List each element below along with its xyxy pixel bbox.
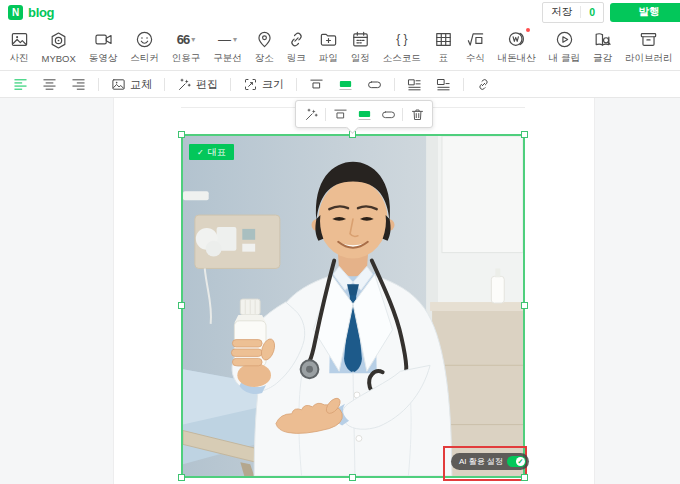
width-wide-button[interactable] <box>376 103 400 125</box>
wrap-text-bottom-icon <box>436 77 451 92</box>
table-grid-icon <box>434 29 453 49</box>
wrap-text-bottom-button[interactable] <box>429 77 458 92</box>
main-toolbar: 사진 MYBOX 동영상 스티커 66▾ 인용구 <box>0 24 680 71</box>
code-braces-icon: { } <box>396 29 407 49</box>
width-small-icon <box>333 107 348 122</box>
width-wide-icon <box>367 77 382 92</box>
naedonnaesan-icon <box>507 29 527 49</box>
toolbar-item-quote[interactable]: 66▾ 인용구 <box>165 29 207 65</box>
sticker-smiley-icon <box>135 29 154 49</box>
my-clip-icon <box>555 29 574 49</box>
naver-blog-editor: N blog 저장 0 발행 사진 MYBOX <box>0 0 680 484</box>
toolbar-item-table[interactable]: 표 <box>427 29 459 65</box>
resize-handle-top-left[interactable] <box>178 131 185 138</box>
library-box-icon <box>639 29 658 49</box>
separator <box>164 78 165 91</box>
video-camera-icon <box>94 29 113 49</box>
quote-icon: 66▾ <box>177 29 195 49</box>
align-center-button[interactable] <box>35 77 64 92</box>
toolbar-item-sticker[interactable]: 스티커 <box>124 29 166 65</box>
resize-image-button[interactable]: 크기 <box>236 77 291 92</box>
selected-image-doctor[interactable]: ✓ 대표 AI 활용 설정 ✓ <box>181 134 525 478</box>
document-page[interactable]: ✓ 대표 AI 활용 설정 ✓ <box>113 98 595 484</box>
mybox-icon <box>49 30 68 50</box>
toolbar-item-photo[interactable]: 사진 <box>3 29 35 65</box>
add-link-button[interactable] <box>469 77 498 92</box>
resize-icon <box>243 77 258 92</box>
save-button[interactable]: 저장 0 <box>542 2 604 23</box>
blog-logo-text: blog <box>28 5 54 20</box>
link-chain-icon <box>287 29 306 49</box>
width-document-button[interactable] <box>331 77 360 92</box>
material-search-icon <box>593 29 612 49</box>
align-right-icon <box>71 77 86 92</box>
magic-wand-icon <box>304 107 319 122</box>
toolbar-item-my-clip[interactable]: 내 클립 <box>542 29 586 65</box>
toolbar-item-file[interactable]: 파일 <box>312 29 344 65</box>
align-center-icon <box>42 77 57 92</box>
naver-n-logo-icon: N <box>8 5 23 20</box>
toolbar-item-place[interactable]: 장소 <box>248 29 280 65</box>
chevron-down-icon: ▾ <box>233 35 237 44</box>
main-toolbar-right: 내 클립 글감 라이브러리 <box>542 29 679 65</box>
separator <box>463 78 464 91</box>
toolbar-item-formula[interactable]: 수식 <box>459 29 491 65</box>
naver-blog-logo[interactable]: N blog <box>8 5 54 20</box>
edit-wand-button[interactable] <box>299 103 323 125</box>
resize-handle-middle-left[interactable] <box>178 302 185 309</box>
separator <box>325 108 326 121</box>
header: N blog 저장 0 발행 <box>0 0 680 24</box>
divider-line-icon: —▾ <box>218 29 237 49</box>
toolbar-item-sourcecode[interactable]: { } 소스코드 <box>376 29 427 65</box>
representative-badge-label: 대표 <box>208 146 226 159</box>
resize-handle-bottom-left[interactable] <box>178 474 185 481</box>
toggle-on-icon[interactable]: ✓ <box>507 456 526 467</box>
representative-badge[interactable]: ✓ 대표 <box>189 144 234 160</box>
align-right-button[interactable] <box>64 77 93 92</box>
link-chain-icon <box>476 77 491 92</box>
edit-image-button[interactable]: 편집 <box>170 77 225 92</box>
toolbar-item-naedonnaesan[interactable]: 내돈내산 <box>491 29 542 65</box>
align-left-button[interactable] <box>6 77 35 92</box>
replace-image-button[interactable]: 교체 <box>104 77 159 92</box>
magic-wand-icon <box>177 77 192 92</box>
width-small-button[interactable] <box>328 103 352 125</box>
toolbar-item-mybox[interactable]: MYBOX <box>35 30 82 64</box>
width-small-icon <box>309 77 324 92</box>
save-count[interactable]: 0 <box>580 6 603 18</box>
annotation-highlight-box: AI 활용 설정 ✓ <box>443 446 527 481</box>
place-pin-icon <box>255 29 274 49</box>
width-document-icon <box>338 77 353 92</box>
check-icon: ✓ <box>197 148 204 157</box>
separator <box>98 78 99 91</box>
width-small-button[interactable] <box>302 77 331 92</box>
toolbar-item-link[interactable]: 링크 <box>280 29 312 65</box>
toolbar-item-video[interactable]: 동영상 <box>82 29 124 65</box>
align-left-icon <box>13 77 28 92</box>
separator <box>230 78 231 91</box>
trash-icon <box>410 107 425 122</box>
resize-handle-bottom-right[interactable] <box>521 474 528 481</box>
toolbar-item-divider[interactable]: —▾ 구분선 <box>207 29 249 65</box>
photo-icon <box>111 77 126 92</box>
toolbar-item-library[interactable]: 라이브러리 <box>618 29 679 65</box>
photo-icon <box>10 29 29 49</box>
width-wide-button[interactable] <box>360 77 389 92</box>
editor-canvas: ✓ 대표 AI 활용 설정 ✓ <box>0 98 680 484</box>
width-document-button-active[interactable] <box>352 103 376 125</box>
header-actions: 저장 0 발행 <box>542 2 672 23</box>
ai-usage-setting-label: AI 활용 설정 <box>459 456 503 467</box>
toolbar-item-schedule[interactable]: 일정 <box>344 29 376 65</box>
wrap-text-side-button[interactable] <box>400 77 429 92</box>
delete-image-button[interactable] <box>405 103 429 125</box>
formula-sqrt-icon <box>466 29 485 49</box>
resize-handle-top-right[interactable] <box>521 131 528 138</box>
width-document-icon <box>357 107 372 122</box>
toolbar-item-material[interactable]: 글감 <box>586 29 618 65</box>
resize-handle-middle-right[interactable] <box>521 302 528 309</box>
resize-handle-bottom-middle[interactable] <box>349 474 356 481</box>
publish-button[interactable]: 발행 <box>610 3 680 22</box>
wrap-text-side-icon <box>407 77 422 92</box>
ai-usage-setting-toggle[interactable]: AI 활용 설정 ✓ <box>451 453 529 470</box>
doctor-photo <box>183 136 523 476</box>
